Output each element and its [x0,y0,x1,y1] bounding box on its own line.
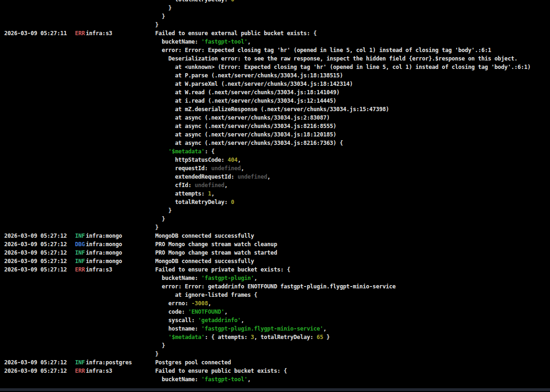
log-line: httpStatusCode: 404, [0,156,550,164]
log-text: at P.parse (.next/server/chunks/33034.js… [155,72,343,79]
log-level-badge: ERR [75,29,85,38]
log-service-name: infra:mongo [86,249,122,257]
log-service-name: infra:s3 [86,367,112,375]
log-message: errno: -3008, [155,299,211,308]
log-message: MongoDB connected successfully [155,257,254,265]
log-message: PRO Mongo change stream watch cleanup [155,240,277,249]
log-line: at W.read (.next/server/chunks/33034.js:… [0,88,550,97]
log-message: error: Error: getaddrinfo ENOTFOUND fast… [155,282,396,291]
log-line: 2026-03-09 05:27:12ERRinfra:s3Failed to … [0,265,550,274]
token-string: 'fastgpt-plugin' [201,275,254,281]
log-text: , [267,173,271,180]
log-text [155,334,168,340]
log-message: code: 'ENOTFOUND', [155,308,228,316]
token-number: -3008 [191,300,208,307]
log-text: at W.parseXml (.next/server/chunks/33034… [155,81,353,87]
log-line: 2026-03-09 05:27:12ERRinfra:s3Failed to … [0,367,550,375]
log-message: } [155,223,158,232]
log-line: at mZ.deserializeResponse (.next/server/… [0,105,550,113]
log-text: at mZ.deserializeResponse (.next/server/… [155,106,389,113]
log-line: attempts: 1, [0,189,550,198]
log-line: } [0,21,550,29]
log-line: code: 'ENOTFOUND', [0,308,550,316]
log-text: } [155,351,158,357]
token-number: 65 [316,334,323,340]
log-text: : { attempts: [204,334,250,340]
log-message: bucketName: 'fastgpt-tool', [155,38,251,46]
token-string: 'getaddrinfo' [198,317,241,324]
log-line: at async (.next/server/chunks/33034.js:8… [0,139,550,147]
log-message: MongoDB connected successfully [155,232,254,240]
log-line: syscall: 'getaddrinfo', [0,316,550,324]
log-line: } [0,12,550,21]
log-text: at async (.next/server/chunks/33034.js:1… [155,131,336,138]
log-text: , [238,157,241,163]
log-text: } [155,207,172,214]
log-text: , [248,376,251,383]
log-text: , [241,317,244,324]
token-undefined: undefined [195,182,224,188]
log-timestamp: 2026-03-09 05:27:11 [4,29,67,38]
log-line: bucketName: 'fastgpt-tool', [0,38,550,46]
log-text: Deserialization error: to see the raw re… [155,55,518,62]
log-service-name: infra:s3 [86,265,112,274]
horizontal-scrollbar[interactable] [0,388,550,391]
log-text: cfId: [155,182,195,188]
log-text: , [225,309,228,315]
log-line: } [0,4,550,12]
log-message: at W.parseXml (.next/server/chunks/33034… [155,80,353,88]
log-line: } [0,215,550,223]
log-text: error: Error: getaddrinfo ENOTFOUND fast… [155,283,396,290]
token-string: '$metadata' [168,148,204,155]
log-text: totalRetryDelay: [155,199,231,205]
log-text: } [155,5,172,11]
log-message: Failed to ensure external public bucket … [155,29,316,38]
log-text: , [208,300,211,307]
log-service-name: infra:mongo [86,240,122,249]
log-service-name: infra:postgres [86,358,132,367]
log-output[interactable]: totalRetryDelay: 0 } }}2026-03-09 05:27:… [0,0,550,384]
log-line: error: Error: getaddrinfo ENOTFOUND fast… [0,282,550,291]
log-text: MongoDB connected successfully [155,258,254,264]
log-message: hostname: 'fastgpt-plugin.flygpt-minio-s… [155,324,326,333]
log-text: : { [204,148,214,155]
log-message: error: Error: Expected closing tag 'hr' … [155,46,491,54]
log-text: } [155,224,158,231]
log-line: bucketName: 'fastgpt-plugin', [0,274,550,282]
token-undefined: undefined [238,173,267,180]
log-timestamp: 2026-03-09 05:27:12 [4,257,67,265]
log-text [155,148,168,155]
log-level-badge: ERR [75,265,85,274]
log-level-badge: INF [75,249,85,257]
log-message: at ignore-listed frames { [155,291,257,299]
log-message: at <unknown> (Error: Expected closing ta… [155,63,531,71]
log-text: , [211,190,214,197]
log-line: } [0,341,550,350]
log-text: Failed to ensure public bucket exists: { [155,368,287,374]
log-message: Deserialization error: to see the raw re… [155,54,518,63]
log-line: hostname: 'fastgpt-plugin.flygpt-minio-s… [0,324,550,333]
log-message: at async (.next/server/chunks/33034.js:2… [155,113,330,122]
log-line: } [0,206,550,215]
log-line: 2026-03-09 05:27:12INFinfra:mongoMongoDB… [0,257,550,265]
log-message: cfId: undefined, [155,181,228,189]
log-line: 2026-03-09 05:27:11ERRinfra:s3Failed to … [0,29,550,38]
log-text: at async (.next/server/chunks/33034.js:2… [155,114,330,121]
log-text: bucketName: [155,376,201,383]
log-message: attempts: 1, [155,189,214,198]
log-line: '$metadata': { [0,147,550,156]
log-text: httpStatusCode: [155,157,228,163]
log-line: 2026-03-09 05:27:12INFinfra:mongoPRO Mon… [0,249,550,257]
log-text: bucketName: [155,38,201,45]
log-message: totalRetryDelay: 0 [155,0,234,4]
log-message: at async (.next/server/chunks/33034.js:8… [155,139,343,147]
log-line: at P.parse (.next/server/chunks/33034.js… [0,71,550,80]
log-level-badge: ERR [75,367,85,375]
log-text: , [241,165,244,172]
token-string: '$metadata' [168,334,204,340]
log-line: cfId: undefined, [0,181,550,189]
token-undefined: undefined [211,165,241,172]
log-message: bucketName: 'fastgpt-tool', [155,375,251,384]
terminal-log-viewer: totalRetryDelay: 0 } }}2026-03-09 05:27:… [0,0,550,392]
log-message: } [155,4,172,12]
